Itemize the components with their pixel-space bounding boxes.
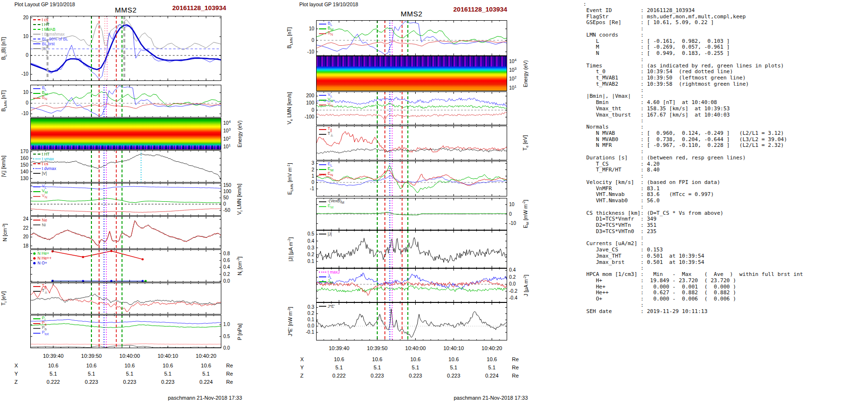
legend-label: BL brst [42, 41, 55, 46]
y-tick-label: 20 [12, 15, 28, 21]
legend-line-sample [33, 88, 40, 89]
right-axis-label-wrap: Ni [cm-3] [236, 249, 243, 282]
ephemeris-value: 5.1 [77, 371, 106, 377]
y-axis-label: Ti [eV] [0, 291, 8, 306]
legend-line-sample [319, 276, 326, 277]
ephemeris-value: 10.6 [77, 363, 106, 368]
right-axis-label-wrap: Energy (eV) [522, 56, 529, 91]
y-axis-label: Ve LMN [km/s] [286, 92, 294, 124]
panel-ele-3: VLVMVN [316, 91, 507, 125]
y-tick-label: 0.4 [298, 238, 314, 244]
legend-entry: t HT [33, 22, 68, 27]
y-axis-label: ELMN [mV m-1] [286, 163, 294, 195]
legend: |J| [319, 232, 332, 236]
legend-line-sample [33, 186, 40, 187]
credit: paschmann 21-Nov-2018 17:33 [30, 395, 242, 401]
legend: ELEMEN [319, 162, 333, 177]
legend: T∥T⊥ [319, 127, 333, 137]
legend: t HTt vmaxt cst dvmax|V| [33, 152, 56, 176]
legend-line-sample [319, 306, 326, 307]
y-tick-label: -10 [12, 111, 28, 117]
ephemeris-value: 0.223 [401, 373, 430, 379]
y-tick-label: 20 [12, 234, 28, 240]
right-axis-label: J [µA m-2] [522, 274, 529, 296]
ephemeris-value: 10.6 [325, 356, 354, 362]
legend-label: t BLmshmax [42, 32, 64, 37]
legend-line-sample [319, 33, 326, 34]
legend-entry: J*E' [319, 304, 335, 309]
legend-line-sample [33, 163, 40, 164]
legend-entry: Ni [33, 222, 47, 227]
y-tick-label: 10 [298, 26, 314, 32]
spectrogram-noise [31, 145, 221, 149]
right-axis-label-wrap: J [µA m-2] [522, 268, 529, 302]
y-tick-label: -10 [298, 49, 314, 55]
ephemeris-value: 10.6 [39, 363, 68, 368]
legend-line-sample [319, 206, 326, 207]
y-tick-label: -10 [12, 71, 28, 77]
y-tick-label: 0.3 [298, 245, 314, 251]
legend-line-sample [319, 105, 326, 105]
legend-entry: BN [319, 31, 333, 36]
ephemeris-row-label: Z [300, 373, 310, 379]
y-tick-label: -100 [298, 114, 314, 120]
y-axis-label: |Vi| [km/s] [0, 156, 8, 177]
ephemeris-value: 10.6 [115, 363, 144, 368]
legend-label: |V| [42, 171, 47, 176]
legend-line-sample [33, 19, 40, 20]
legend-label: t HT [42, 152, 50, 157]
y-axis-label: BLMN [nT] [286, 27, 294, 49]
right-axis-label-wrap: Vi LMN [km/s] [236, 183, 243, 216]
legend-line-sample [33, 34, 40, 35]
right-axis-label: P [nPa] [237, 323, 243, 340]
legend-entry: N O+ [33, 261, 51, 265]
panel-ele-6: -(VexB)MEM [316, 198, 507, 230]
ephemeris-value: 10.6 [477, 356, 506, 362]
panel-ele-4: T∥T⊥ [316, 126, 507, 160]
y-tick-label: 0 [298, 107, 314, 113]
y-axis-label-wrap: BL,|B| [nT] [0, 16, 8, 81]
legend-line-sample [33, 318, 40, 319]
y-tick-label: 130 [12, 176, 28, 182]
legend-line-sample [33, 323, 40, 324]
legend-entry: |V| [33, 171, 56, 176]
ephemeris-value: 0.224 [191, 379, 220, 385]
panel-ele-7: |J| [316, 230, 507, 268]
legend-label: VN [42, 193, 47, 200]
legend-line-sample [33, 173, 40, 174]
time-tick-label: 10:39:40 [37, 353, 70, 359]
legend-line-sample [33, 220, 40, 221]
legend-label: t vmax [42, 157, 54, 161]
ephemeris-row-label: Z [14, 379, 24, 385]
legend-entry: T⊥ [33, 289, 48, 294]
panel-ion-2: BLBMBN [30, 85, 221, 118]
ephemeris-row-label: X [14, 363, 24, 368]
right-axis-label: Te [eV] [522, 135, 529, 151]
right-axis-label: Vi LMN [km/s] [236, 184, 243, 215]
legend: N He+N He++N O+ [33, 251, 51, 265]
legend-line-sample [33, 224, 40, 225]
y-tick-label: 22 [12, 225, 28, 231]
legend-entry: |B| [33, 46, 68, 51]
y-tick-label: 0 [298, 180, 314, 185]
legend-entry: Ptot [33, 331, 49, 336]
y-axis-label-wrap: Ve LMN [km/s] [286, 91, 294, 125]
panel-ion-1: t cst HTt MVABt BLmshmaxBL, 90% of BLBL … [30, 16, 221, 81]
right-axis-label: Energy (eV) [237, 120, 243, 147]
legend: BLBMBN [33, 86, 48, 101]
legend-label: EM [328, 203, 333, 210]
y-axis-label: N [cm-3] [1, 223, 8, 241]
y-axis-label-wrap: J*E' [nW m-3] [286, 302, 294, 340]
legend-label: N He+ [38, 251, 49, 256]
legend-label: EN [328, 171, 333, 178]
y-tick-label: 0 [12, 52, 28, 58]
legend-entry: VN [319, 103, 333, 107]
y-tick-label: -0.1 [298, 329, 314, 335]
legend-entry: t MVAB [33, 27, 68, 32]
legend-marker [33, 257, 36, 260]
y-tick-label: 0.2 [298, 252, 314, 258]
y-tick-label: 0.5 [298, 231, 314, 237]
y-axis-label-wrap: ELMN [mV m-1] [286, 161, 294, 196]
ephemeris-value: 5.1 [153, 371, 182, 377]
legend: VLVMVN [33, 184, 48, 199]
